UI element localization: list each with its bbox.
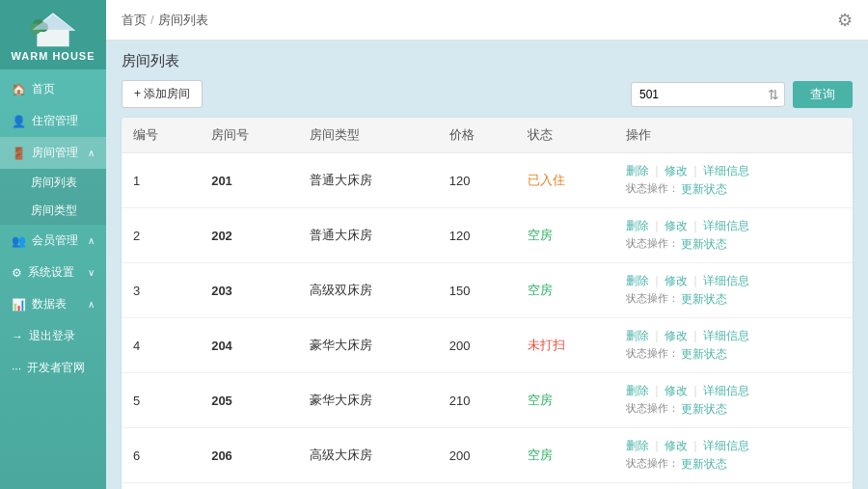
sidebar-item-checkin[interactable]: 👤 住宿管理 (0, 105, 106, 137)
sidebar-item-room-type-label: 房间类型 (31, 203, 77, 219)
sidebar-item-data[interactable]: 📊 数据表 ∧ (0, 288, 106, 320)
cell-room-type: 豪华大床房 (298, 318, 437, 373)
cell-status: 未打扫 (516, 318, 614, 373)
cell-actions: 删除 ｜ 修改 ｜ 详细信息 状态操作： 更新状态 (614, 428, 853, 483)
search-input[interactable] (631, 82, 785, 107)
sidebar-item-room-list[interactable]: 房间列表 (19, 169, 106, 197)
update-status-link[interactable]: 更新状态 (681, 401, 727, 418)
action-row-status: 状态操作： 更新状态 (626, 401, 841, 418)
edit-link[interactable]: 修改 (665, 328, 688, 344)
sidebar-item-logout-label: 退出登录 (29, 328, 75, 344)
action-row-status: 状态操作： 更新状态 (626, 181, 841, 198)
cell-room-no: 202 (200, 208, 298, 263)
update-status-link[interactable]: 更新状态 (681, 236, 727, 253)
status-label: 状态操作： (626, 346, 679, 363)
delete-link[interactable]: 删除 (626, 438, 649, 454)
cell-actions: 删除 ｜ 修改 ｜ 详细信息 状态操作： 更新状态 (614, 373, 853, 428)
cell-price: 210 (438, 373, 516, 428)
detail-link[interactable]: 详细信息 (703, 328, 749, 344)
edit-link[interactable]: 修改 (665, 383, 688, 399)
col-actions: 操作 (614, 118, 853, 153)
delete-link[interactable]: 删除 (626, 273, 649, 289)
update-status-link[interactable]: 更新状态 (681, 181, 727, 198)
action-row-links: 删除 ｜ 修改 ｜ 详细信息 (626, 218, 841, 234)
delete-link[interactable]: 删除 (626, 383, 649, 399)
col-status: 状态 (516, 118, 614, 153)
main-area: 首页 / 房间列表 ⚙ 房间列表 + 添加房间 ⇅ 查询 (106, 0, 868, 489)
detail-link[interactable]: 详细信息 (703, 273, 749, 289)
sidebar-item-data-label: 数据表 (32, 296, 67, 312)
cell-price: 200 (438, 428, 516, 483)
action-row-links: 删除 ｜ 修改 ｜ 详细信息 (626, 163, 841, 179)
delete-link[interactable]: 删除 (626, 328, 649, 344)
breadcrumb-current: 房间列表 (158, 12, 208, 29)
delete-link[interactable]: 删除 (626, 218, 649, 234)
sidebar-item-room-type[interactable]: 房间类型 (19, 197, 106, 225)
logo: WARM HOUSE (0, 0, 106, 69)
action-row-links: 删除 ｜ 修改 ｜ 详细信息 (626, 383, 841, 399)
home-icon: 🏠 (12, 83, 26, 96)
add-room-button[interactable]: + 添加房间 (122, 80, 203, 108)
sep1: ｜ (651, 383, 663, 399)
edit-link[interactable]: 修改 (665, 218, 688, 234)
edit-link[interactable]: 修改 (665, 163, 688, 179)
data-expand-icon: ∧ (88, 299, 95, 310)
status-label: 状态操作： (626, 291, 679, 308)
sidebar-item-system[interactable]: ⚙ 系统设置 ∨ (0, 257, 106, 288)
update-status-link[interactable]: 更新状态 (681, 456, 727, 473)
room-expand-icon: ∧ (88, 148, 95, 158)
data-icon: 📊 (12, 298, 26, 312)
sidebar-item-home[interactable]: 🏠 首页 (0, 73, 106, 105)
edit-link[interactable]: 修改 (665, 438, 688, 454)
breadcrumb-home[interactable]: 首页 (122, 12, 147, 29)
search-input-wrap: ⇅ (631, 82, 785, 107)
table-row: 7 207 豪华套房 300 已入住 删除 ｜ 修改 ｜ 详细信息 状态操作： … (122, 483, 853, 490)
checkin-icon: 👤 (12, 115, 26, 128)
action-group: 删除 ｜ 修改 ｜ 详细信息 状态操作： 更新状态 (626, 273, 841, 308)
sidebar-item-member[interactable]: 👥 会员管理 ∧ (0, 225, 106, 257)
sidebar-item-logout[interactable]: → 退出登录 (0, 320, 106, 352)
update-status-link[interactable]: 更新状态 (681, 291, 727, 308)
action-row-status: 状态操作： 更新状态 (626, 291, 841, 308)
col-room-no: 房间号 (200, 118, 298, 153)
cell-room-type: 高级双床房 (298, 263, 437, 318)
search-area: ⇅ 查询 (631, 81, 853, 108)
action-row-links: 删除 ｜ 修改 ｜ 详细信息 (626, 273, 841, 289)
cell-room-no: 205 (200, 373, 298, 428)
cell-room-no: 207 (200, 483, 298, 490)
sidebar-item-dev[interactable]: ··· 开发者官网 (0, 352, 106, 384)
logo-text: WARM HOUSE (12, 50, 95, 62)
page-header: 房间列表 (122, 52, 853, 70)
logout-icon: → (12, 330, 23, 343)
update-status-link[interactable]: 更新状态 (681, 346, 727, 363)
content: 房间列表 + 添加房间 ⇅ 查询 编号 房间号 房间类型 (106, 41, 868, 489)
member-icon: 👥 (12, 234, 26, 248)
cell-room-no: 204 (200, 318, 298, 373)
cell-price: 300 (438, 483, 516, 490)
sep2: ｜ (690, 218, 701, 234)
sidebar-item-room[interactable]: 🚪 房间管理 ∧ (0, 137, 106, 169)
cell-price: 200 (438, 318, 516, 373)
cell-actions: 删除 ｜ 修改 ｜ 详细信息 状态操作： 更新状态 (614, 208, 853, 263)
sidebar-item-home-label: 首页 (32, 81, 55, 97)
col-id: 编号 (122, 118, 200, 153)
action-row-links: 删除 ｜ 修改 ｜ 详细信息 (626, 328, 841, 344)
cell-room-type: 普通大床房 (298, 208, 437, 263)
cell-room-no: 201 (200, 153, 298, 208)
cell-status: 已入住 (516, 483, 614, 490)
cell-actions: 删除 ｜ 修改 ｜ 详细信息 状态操作： 更新状态 (614, 318, 853, 373)
breadcrumb: 首页 / 房间列表 (122, 12, 208, 29)
detail-link[interactable]: 详细信息 (703, 218, 749, 234)
detail-link[interactable]: 详细信息 (703, 163, 749, 179)
search-spin-icon[interactable]: ⇅ (768, 87, 779, 102)
edit-link[interactable]: 修改 (665, 273, 688, 289)
search-button[interactable]: 查询 (793, 81, 853, 108)
detail-link[interactable]: 详细信息 (703, 438, 749, 454)
detail-link[interactable]: 详细信息 (703, 383, 749, 399)
delete-link[interactable]: 删除 (626, 163, 649, 179)
sidebar-item-room-label: 房间管理 (32, 145, 78, 161)
table-row: 1 201 普通大床房 120 已入住 删除 ｜ 修改 ｜ 详细信息 状态操作：… (122, 153, 853, 208)
sep1: ｜ (651, 218, 663, 234)
gear-icon[interactable]: ⚙ (837, 10, 853, 31)
cell-actions: 删除 ｜ 修改 ｜ 详细信息 状态操作： 更新状态 (614, 263, 853, 318)
